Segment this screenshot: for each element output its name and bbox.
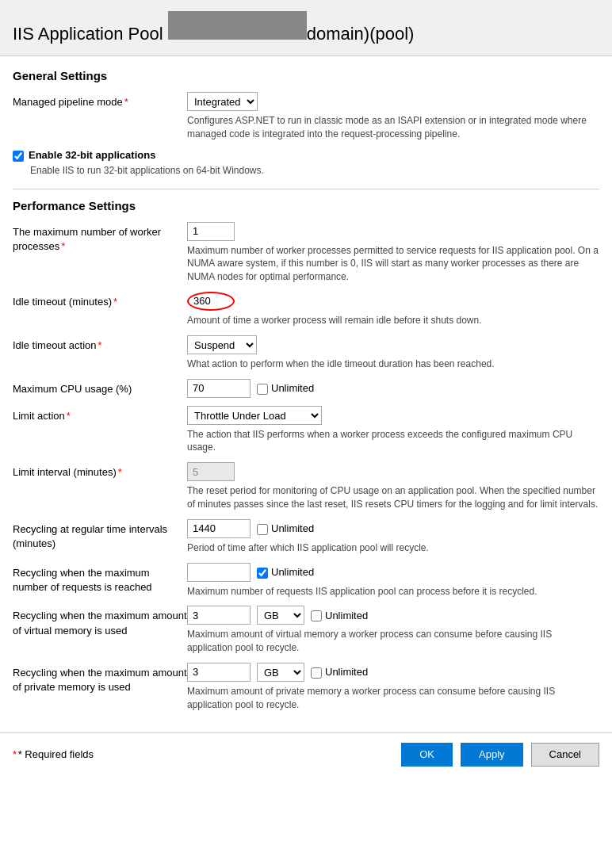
recycling-private-memory-unit-select[interactable]: GB MB (257, 663, 304, 682)
recycling-virtual-memory-unlimited-checkbox[interactable] (311, 610, 322, 621)
limit-interval-help: The reset period for monitoring of CPU u… (187, 484, 599, 511)
recycling-regular-input[interactable] (187, 519, 251, 538)
recycling-regular-row: Recycling at regular time intervals (min… (13, 519, 599, 555)
idle-timeout-input[interactable] (187, 292, 235, 311)
recycling-virtual-memory-help: Maximum amount of virtual memory a worke… (187, 628, 599, 655)
recycling-max-requests-help: Maximum number of requests IIS applicati… (187, 585, 599, 598)
recycling-virtual-memory-unlimited-label[interactable]: Unlimited (325, 610, 368, 621)
recycling-private-memory-input-col: GB MB Unlimited Maximum amount of privat… (187, 663, 599, 712)
idle-timeout-action-help: What action to perform when the idle tim… (187, 358, 599, 371)
limit-action-label: Limit action* (13, 406, 187, 423)
cancel-button[interactable]: Cancel (531, 743, 599, 767)
recycling-private-memory-unlimited-checkbox[interactable] (311, 667, 322, 679)
idle-timeout-action-select[interactable]: Suspend Terminate (187, 335, 257, 354)
max-worker-processes-help: Maximum number of worker processes permi… (187, 244, 599, 284)
recycling-regular-input-col: Unlimited Period of time after which IIS… (187, 519, 599, 555)
max-worker-processes-label: The maximum number of worker processes* (13, 222, 187, 254)
recycling-virtual-memory-unit-select[interactable]: GB MB (257, 606, 304, 625)
max-cpu-usage-input[interactable] (187, 379, 251, 398)
max-cpu-usage-input-col: Unlimited (187, 379, 599, 398)
max-cpu-unlimited-label[interactable]: Unlimited (271, 382, 314, 394)
enable-32bit-label[interactable]: Enable 32-bit applications (29, 149, 155, 161)
managed-pipeline-label: Managed pipeline mode* (13, 92, 187, 109)
recycling-max-requests-row: Recycling when the maximum number of req… (13, 563, 599, 598)
limit-action-help: The action that IIS performs when a work… (187, 428, 599, 455)
max-cpu-usage-label: Maximum CPU usage (%) (13, 379, 187, 396)
recycling-max-requests-input[interactable] (187, 563, 251, 582)
main-content: General Settings Managed pipeline mode* … (0, 56, 612, 732)
limit-interval-input[interactable] (187, 462, 235, 481)
apply-button[interactable]: Apply (461, 743, 523, 767)
recycling-regular-unlimited-label[interactable]: Unlimited (271, 522, 314, 534)
recycling-max-requests-unlimited-checkbox[interactable] (257, 568, 268, 579)
limit-action-input-col: Throttle Under Load Throttle Kill W3WP T… (187, 406, 599, 455)
enable-32bit-row: Enable 32-bit applications (13, 149, 599, 162)
recycling-virtual-memory-label: Recycling when the maximum amount of vir… (13, 606, 187, 637)
limit-interval-label: Limit interval (minutes)* (13, 462, 187, 480)
general-settings-title: General Settings (13, 69, 599, 82)
recycling-regular-help: Period of time after which IIS applicati… (187, 541, 599, 555)
managed-pipeline-select[interactable]: Integrated Classic (187, 92, 258, 111)
redacted-domain (168, 11, 307, 40)
managed-pipeline-help: Configures ASP.NET to run in classic mod… (187, 114, 599, 141)
max-worker-processes-row: The maximum number of worker processes* … (13, 222, 599, 284)
idle-timeout-input-col: Amount of time a worker process will rem… (187, 292, 599, 327)
required-note: * * Required fields (13, 748, 94, 760)
max-worker-processes-input[interactable] (187, 222, 235, 241)
recycling-private-memory-help: Maximum amount of private memory a worke… (187, 685, 599, 712)
recycling-private-memory-label: Recycling when the maximum amount of pri… (13, 663, 187, 694)
idle-timeout-row: Idle timeout (minutes)* Amount of time a… (13, 292, 599, 327)
page-title: IIS Application Pool domain)(pool) (13, 11, 414, 44)
footer: * * Required fields OK Apply Cancel (0, 732, 612, 776)
recycling-private-memory-input[interactable] (187, 663, 251, 682)
managed-pipeline-input-col: Integrated Classic Configures ASP.NET to… (187, 92, 599, 141)
recycling-virtual-memory-input-col: GB MB Unlimited Maximum amount of virtua… (187, 606, 599, 655)
idle-timeout-action-label: Idle timeout action* (13, 335, 187, 353)
idle-timeout-action-row: Idle timeout action* Suspend Terminate W… (13, 335, 599, 371)
recycling-max-requests-label: Recycling when the maximum number of req… (13, 563, 187, 595)
idle-timeout-action-input-col: Suspend Terminate What action to perform… (187, 335, 599, 371)
max-cpu-usage-row: Maximum CPU usage (%) Unlimited (13, 379, 599, 398)
idle-timeout-help: Amount of time a worker process will rem… (187, 314, 599, 327)
max-cpu-unlimited-checkbox[interactable] (257, 384, 268, 395)
recycling-max-requests-input-col: Unlimited Maximum number of requests IIS… (187, 563, 599, 598)
recycling-virtual-memory-input[interactable] (187, 606, 251, 625)
limit-action-row: Limit action* Throttle Under Load Thrott… (13, 406, 599, 455)
recycling-private-memory-row: Recycling when the maximum amount of pri… (13, 663, 599, 712)
limit-interval-input-col: The reset period for monitoring of CPU u… (187, 462, 599, 511)
performance-settings-title: Performance Settings (13, 199, 599, 212)
recycling-max-requests-unlimited-label[interactable]: Unlimited (271, 566, 314, 578)
limit-interval-row: Limit interval (minutes)* The reset peri… (13, 462, 599, 511)
page-header: IIS Application Pool domain)(pool) (0, 0, 612, 56)
divider-1 (13, 189, 599, 189)
enable-32bit-help: Enable IIS to run 32-bit applications on… (30, 165, 599, 176)
enable-32bit-checkbox[interactable] (13, 151, 24, 162)
ok-button[interactable]: OK (401, 743, 453, 767)
idle-timeout-label: Idle timeout (minutes)* (13, 292, 187, 309)
recycling-private-memory-unlimited-label[interactable]: Unlimited (325, 666, 368, 678)
limit-action-select[interactable]: Throttle Under Load Throttle Kill W3WP (187, 406, 322, 425)
managed-pipeline-row: Managed pipeline mode* Integrated Classi… (13, 92, 599, 141)
recycling-regular-unlimited-checkbox[interactable] (257, 524, 268, 535)
max-worker-processes-input-col: Maximum number of worker processes permi… (187, 222, 599, 284)
recycling-virtual-memory-row: Recycling when the maximum amount of vir… (13, 606, 599, 655)
recycling-regular-label: Recycling at regular time intervals (min… (13, 519, 187, 551)
